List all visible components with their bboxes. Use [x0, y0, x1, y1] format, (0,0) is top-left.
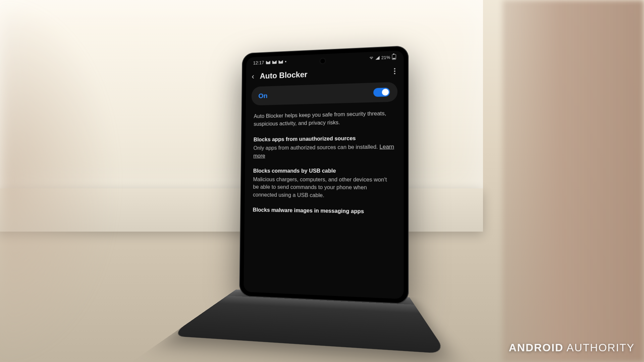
wifi-icon — [369, 56, 374, 60]
phone-lower-half — [169, 290, 447, 354]
foreground-blur — [0, 0, 116, 362]
watermark: ANDROID AUTHORITY — [509, 342, 635, 354]
curtain — [502, 0, 644, 362]
page-title: Auto Blocker — [260, 70, 308, 81]
back-button[interactable]: ‹ — [252, 72, 254, 81]
section-malware-images: Blocks malware images in messaging apps — [253, 206, 394, 216]
status-time: 12:17 — [253, 60, 264, 66]
phone-device: 12:17 • 21% ‹ — [239, 46, 409, 304]
more-options-button[interactable] — [394, 68, 397, 74]
gmail-icon — [266, 61, 270, 64]
section-title: Blocks commands by USB cable — [253, 167, 395, 175]
notification-icon — [272, 60, 277, 64]
section-body: Malicious chargers, computers, and other… — [253, 176, 395, 200]
toggle-thumb — [382, 89, 389, 96]
battery-percent: 21% — [381, 55, 390, 60]
settings-content: Auto Blocker helps keep you safe from se… — [245, 109, 404, 217]
section-title: Blocks apps from unauthorized sources — [254, 134, 395, 143]
signal-icon — [375, 56, 379, 60]
section-unauthorized-apps: Blocks apps from unauthorized sources On… — [253, 134, 394, 160]
toggle-label: On — [258, 92, 268, 100]
toggle-switch[interactable] — [373, 88, 390, 97]
section-title: Blocks malware images in messaging apps — [253, 206, 394, 216]
phone-screen: 12:17 • 21% ‹ — [244, 51, 404, 299]
gmail-icon-2 — [278, 60, 283, 64]
photo-background: 12:17 • 21% ‹ — [0, 0, 644, 362]
battery-icon — [392, 54, 396, 60]
section-usb-commands: Blocks commands by USB cable Malicious c… — [253, 167, 395, 200]
section-body: Only apps from authorized sources can be… — [253, 143, 394, 160]
feature-description: Auto Blocker helps keep you safe from se… — [254, 109, 394, 128]
more-notifications-dot: • — [285, 59, 286, 64]
